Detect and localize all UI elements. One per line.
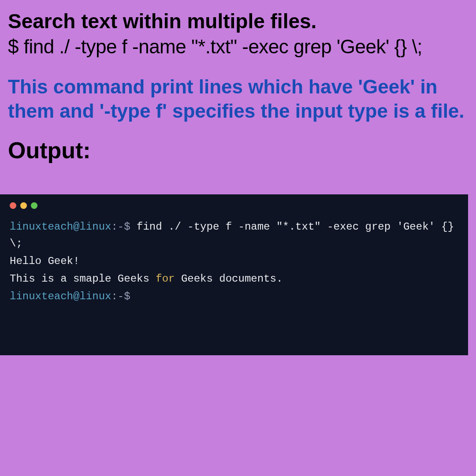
terminal-text: This is a smaple Geeks	[10, 273, 156, 285]
terminal-text: Geeks documents.	[175, 273, 283, 285]
prompt-user: linuxteach@linux	[10, 221, 111, 233]
output-heading: Output:	[8, 137, 468, 164]
terminal-line: linuxteach@linux:-$	[10, 288, 458, 305]
terminal-output-line: This is a smaple Geeks for Geeks documen…	[10, 271, 458, 287]
page-title: Search text within multiple files.	[8, 10, 468, 33]
terminal-line: linuxteach@linux:-$ find ./ -type f -nam…	[10, 219, 458, 251]
prompt-separator: :-$	[111, 221, 130, 233]
maximize-icon	[31, 202, 37, 209]
command-text: $ find ./ -type f -name "*.txt" -exec gr…	[8, 36, 468, 58]
close-icon	[10, 202, 16, 209]
terminal-output-line: Hello Geek!	[10, 253, 458, 269]
command-description: This command print lines which have 'Gee…	[8, 74, 468, 123]
minimize-icon	[20, 202, 27, 209]
terminal-window: linuxteach@linux:-$ find ./ -type f -nam…	[0, 194, 468, 355]
window-controls	[10, 202, 458, 209]
terminal-keyword: for	[156, 273, 175, 285]
prompt-separator: :-$	[111, 290, 130, 302]
prompt-user: linuxteach@linux	[10, 290, 111, 302]
